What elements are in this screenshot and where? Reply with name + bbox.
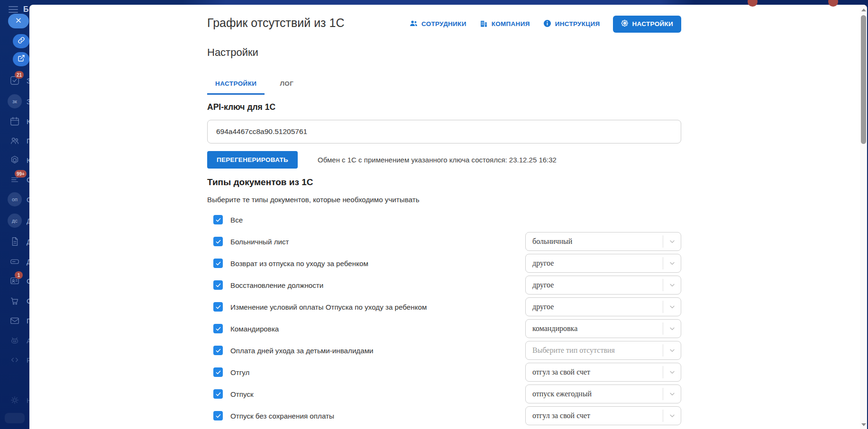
company-link[interactable]: КОМПАНИЯ [479, 19, 530, 29]
scrollbar-thumb[interactable] [861, 15, 866, 144]
scroll-up-arrow[interactable] [861, 9, 866, 11]
sidebar-item-calendar[interactable]: К [0, 113, 29, 129]
doc-type-row: Оплата дней ухода за детьми-инвалидами В… [207, 340, 711, 361]
avatar: дс [8, 214, 22, 228]
employees-link[interactable]: СОТРУДНИКИ [409, 19, 466, 29]
feed-badge: 99+ [15, 170, 27, 178]
menu-icon[interactable] [9, 6, 18, 13]
sidebar-item-user-op[interactable]: оп О [0, 191, 29, 207]
open-new-window-button[interactable] [13, 52, 29, 66]
sidebar-item-user-zk[interactable]: зк З [0, 93, 29, 109]
absence-type-select[interactable]: командировка [525, 319, 681, 338]
chevron-down-icon [663, 279, 681, 291]
tasks-icon: 21 [9, 75, 20, 86]
checkbox-all[interactable] [213, 215, 223, 224]
checkbox[interactable] [213, 389, 223, 399]
robot-icon [9, 335, 20, 346]
document-icon [9, 236, 20, 247]
absence-type-select[interactable]: Выберите тип отсутствия [525, 341, 681, 360]
checkbox[interactable] [213, 346, 223, 355]
instruction-link[interactable]: ИНСТРУКЦИЯ [543, 19, 600, 29]
chevron-down-icon [663, 322, 681, 335]
sidebar-item-groups[interactable]: Гр [0, 133, 29, 149]
doc-type-row: Возврат из отпуска по уходу за ребенком … [207, 252, 711, 274]
copy-link-button[interactable] [13, 34, 29, 48]
close-icon [15, 17, 22, 26]
doc-type-row: Командировка командировка [207, 318, 711, 340]
doc-types-list: Все Больничный лист больничный Возврат и… [207, 209, 711, 427]
sidebar-item-contact-card[interactable]: 1 С [0, 273, 29, 289]
doc-type-row: Все [207, 209, 711, 231]
checkbox[interactable] [213, 302, 223, 312]
sidebar-item-settings[interactable]: Н [0, 392, 29, 408]
scrollbar[interactable] [860, 5, 867, 429]
tasks-badge: 21 [15, 71, 24, 79]
doc-type-row: Изменение условий оплаты Отпуска по уход… [207, 296, 711, 318]
groups-icon [9, 135, 20, 146]
absence-type-select[interactable]: другое [525, 276, 681, 295]
sidebar-item-crm[interactable]: К [0, 152, 29, 168]
contact-card-icon: 1 [9, 275, 20, 286]
top-band [0, 0, 868, 5]
doc-type-row: Восстановление должности другое [207, 274, 711, 296]
drive-icon [9, 256, 20, 267]
chevron-down-icon [663, 301, 681, 313]
sidebar-item-tasks[interactable]: 21 З [0, 72, 29, 89]
checkbox[interactable] [213, 237, 223, 246]
avatar: оп [8, 192, 22, 206]
api-key-input[interactable] [207, 120, 681, 143]
tab-settings[interactable]: НАСТРОЙКИ [207, 73, 265, 95]
sidebar-item-dev[interactable]: Р [0, 352, 29, 368]
absence-type-select[interactable]: отгул за свой счет [525, 406, 681, 425]
chevron-down-icon [663, 366, 681, 378]
chevron-down-icon [663, 257, 681, 269]
link-icon [18, 36, 25, 46]
api-key-title: API-ключ для 1С [207, 102, 275, 112]
checkbox[interactable] [213, 259, 223, 268]
doc-types-subtitle: Выберите те типы документов, которые нео… [207, 196, 420, 204]
doc-type-row: Отпуск отпуск ежегодный [207, 383, 711, 405]
sidebar-collapse-button[interactable] [5, 413, 25, 423]
slider-panel: График отсутствий из 1С СОТРУДНИКИ КОМПА… [29, 5, 867, 429]
sidebar-item-feed[interactable]: 99+ С [0, 171, 29, 188]
absence-type-select[interactable]: другое [525, 254, 681, 273]
gear-icon [9, 394, 20, 406]
tab-log[interactable]: ЛОГ [272, 73, 302, 95]
employees-icon [409, 19, 418, 29]
checkbox[interactable] [213, 367, 223, 377]
sidebar-item-user-ds[interactable]: дс Д [0, 213, 29, 229]
building-icon [479, 19, 488, 29]
section-heading: Настройки [207, 46, 258, 59]
sidebar-item-ai[interactable]: А [0, 332, 29, 349]
avatar: зк [8, 94, 22, 108]
chevron-down-icon [663, 235, 681, 248]
chevron-down-icon [663, 344, 681, 357]
regenerate-button[interactable]: ПЕРЕГЕНЕРИРОВАТЬ [207, 151, 298, 169]
sidebar-item-mail[interactable]: П [0, 313, 29, 329]
absence-type-select[interactable]: отпуск ежегодный [525, 384, 681, 403]
settings-button[interactable]: НАСТРОЙКИ [613, 16, 682, 33]
doc-type-row: Отгул отгул за свой счет [207, 361, 711, 383]
absence-type-select[interactable]: отгул за свой счет [525, 363, 681, 382]
portal-title: Б [23, 5, 29, 14]
absence-type-select[interactable]: больничный [525, 232, 681, 251]
sidebar-item-store[interactable]: С [0, 293, 29, 309]
crm-icon [9, 154, 20, 166]
doc-type-row: Больничный лист больничный [207, 231, 711, 252]
cart-icon [9, 295, 20, 306]
code-icon [9, 354, 20, 366]
close-button[interactable] [8, 14, 29, 28]
sidebar-item-documents[interactable]: Д [0, 233, 29, 250]
scroll-down-arrow[interactable] [861, 423, 866, 426]
chevron-down-icon [663, 388, 681, 400]
checkbox[interactable] [213, 324, 223, 333]
checkbox[interactable] [213, 411, 223, 420]
info-icon [543, 19, 552, 29]
sidebar-item-drive[interactable]: Д [0, 253, 29, 269]
page-title: График отсутствий из 1С [207, 16, 345, 30]
doc-type-row: Отпуск без сохранения оплаты отгул за св… [207, 405, 711, 427]
absence-type-select[interactable]: другое [525, 297, 681, 316]
checkbox[interactable] [213, 280, 223, 290]
contact-card-badge: 1 [15, 271, 23, 279]
external-link-icon [18, 54, 25, 64]
